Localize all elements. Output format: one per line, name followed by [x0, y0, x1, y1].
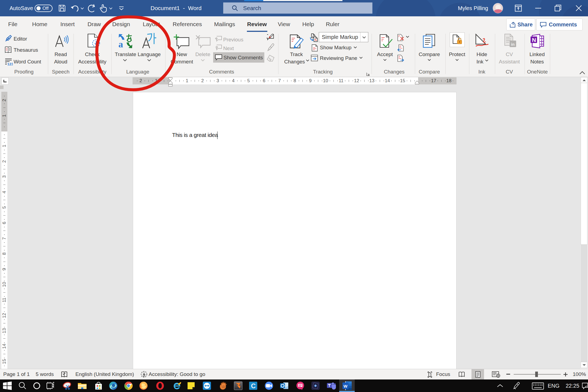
svg-text:C: C — [251, 382, 256, 390]
svg-text:123: 123 — [7, 62, 13, 66]
svg-text:N: N — [532, 37, 536, 43]
svg-text:in: in — [511, 42, 514, 47]
svg-text:a: a — [118, 39, 123, 48]
